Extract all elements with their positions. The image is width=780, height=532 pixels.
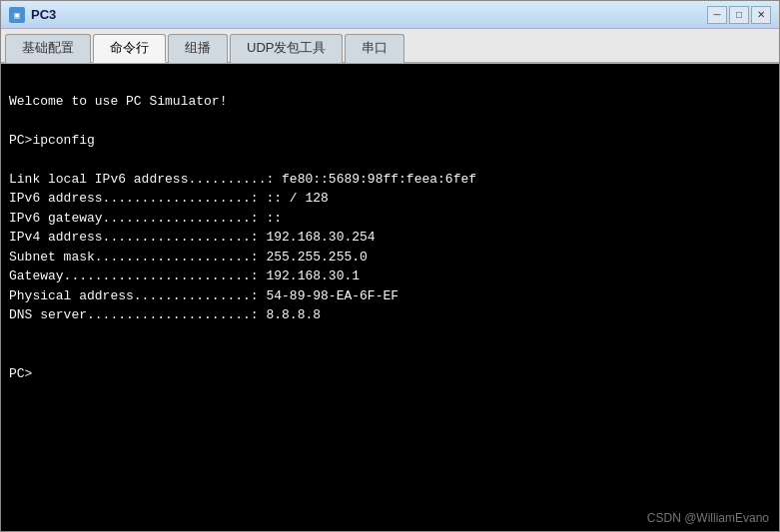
minimize-button[interactable]: ─ bbox=[707, 6, 727, 24]
physical-address-line: Physical address...............: 54-89-9… bbox=[9, 288, 398, 303]
tab-basic-config[interactable]: 基础配置 bbox=[5, 34, 91, 63]
tab-command-line[interactable]: 命令行 bbox=[93, 34, 166, 63]
window-controls: ─ □ ✕ bbox=[707, 6, 771, 24]
watermark: CSDN @WilliamEvano bbox=[647, 511, 769, 525]
tab-bar: 基础配置 命令行 组播 UDP发包工具 串口 bbox=[1, 29, 779, 64]
gateway-line: Gateway........................: 192.168… bbox=[9, 268, 360, 283]
dns-server-line: DNS server.....................: 8.8.8.8 bbox=[9, 307, 321, 322]
tab-multicast[interactable]: 组播 bbox=[168, 34, 228, 63]
terminal-area[interactable]: Welcome to use PC Simulator! PC>ipconfig… bbox=[1, 64, 779, 531]
tab-serial[interactable]: 串口 bbox=[345, 34, 404, 63]
ipv6-address-line: IPv6 address...................: :: / 12… bbox=[9, 191, 329, 206]
terminal-output: Welcome to use PC Simulator! PC>ipconfig… bbox=[9, 72, 771, 383]
main-window: ▣ PC3 ─ □ ✕ 基础配置 命令行 组播 UDP发包工具 串口 Welco… bbox=[0, 0, 780, 532]
window-icon: ▣ bbox=[9, 7, 25, 23]
ipv6-gateway-line: IPv6 gateway...................: :: bbox=[9, 211, 282, 226]
window-title: PC3 bbox=[31, 7, 707, 22]
ipv4-address-line: IPv4 address...................: 192.168… bbox=[9, 230, 376, 245]
tab-udp-tool[interactable]: UDP发包工具 bbox=[230, 34, 343, 63]
maximize-button[interactable]: □ bbox=[729, 6, 749, 24]
ipv6-link-local-line: Link local IPv6 address..........: fe80:… bbox=[9, 172, 476, 187]
close-button[interactable]: ✕ bbox=[751, 6, 771, 24]
title-bar: ▣ PC3 ─ □ ✕ bbox=[1, 1, 779, 29]
subnet-mask-line: Subnet mask....................: 255.255… bbox=[9, 250, 368, 265]
